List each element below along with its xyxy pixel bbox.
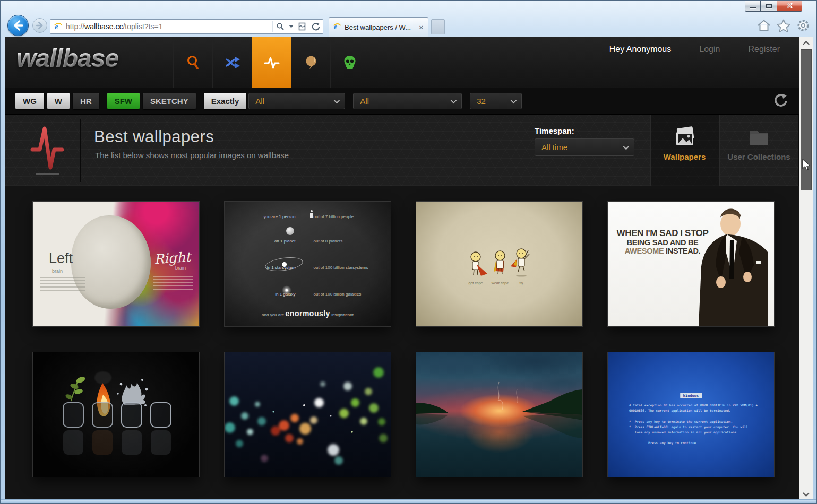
brain-left-title: Left (49, 250, 73, 267)
window-controls (745, 1, 802, 12)
bsod-windows-badge: Windows (680, 393, 702, 398)
register-link[interactable]: Register (734, 43, 794, 56)
minimize-button[interactable] (745, 1, 761, 12)
toplist-pulse-icon (28, 122, 66, 177)
thumbnail-left-right-brain[interactable]: Left brain Right brain (33, 202, 199, 326)
resolution-value: All (255, 97, 264, 106)
resolution-filter-group: Exactly All (204, 93, 346, 109)
home-icon (757, 19, 771, 32)
starsystem-pictogram (264, 255, 304, 273)
divider (80, 119, 81, 182)
aspect-ratio-select[interactable]: All (353, 93, 462, 109)
row-right-text: out of 100 billion starsystems (314, 265, 369, 270)
refresh-icon (311, 22, 320, 31)
nav-toplist[interactable] (252, 37, 291, 88)
infographic-row: on 1 planet out of 8 planets (225, 239, 391, 244)
maximize-button[interactable] (761, 1, 777, 12)
user-menu: Hey Anonymous Login Register (596, 37, 794, 60)
thumbnail-bsod[interactable]: Windows A fatal exception 0E has occurre… (608, 352, 774, 477)
refresh-button[interactable] (310, 21, 321, 32)
browser-window: e http://wallbase.cc/toplist?ts=1 e (0, 0, 817, 504)
page-scrollbar[interactable] (799, 37, 813, 500)
browser-toolbar-icons (756, 18, 811, 33)
chevron-down-icon (334, 97, 340, 103)
chevron-down-icon (511, 97, 517, 103)
skull-icon (342, 55, 357, 71)
quote-awesome-word: AWESOME (625, 247, 664, 255)
refresh-results-button[interactable] (773, 93, 787, 109)
tab-close-button[interactable]: × (418, 23, 424, 31)
chevron-down-icon (803, 490, 810, 497)
close-button[interactable] (777, 1, 802, 12)
scroll-up-button[interactable] (799, 37, 813, 48)
url-scheme: http:// (66, 22, 84, 31)
nav-nsfw[interactable] (330, 37, 369, 88)
brain-right-sub: brain (175, 265, 186, 271)
home-button[interactable] (756, 18, 771, 33)
address-bar[interactable]: e http://wallbase.cc/toplist?ts=1 (50, 19, 323, 34)
favorites-star-icon (777, 19, 790, 32)
thumbnail-cape-comic[interactable]: get cape wear cape fly (416, 202, 582, 326)
compatibility-page-icon (298, 22, 306, 31)
close-icon (786, 3, 793, 9)
url-text[interactable]: http://wallbase.cc/toplist?ts=1 (66, 22, 272, 31)
resolution-select[interactable]: All (248, 93, 345, 109)
nav-random[interactable] (212, 37, 252, 88)
purity-filter-group: SFW SKETCHY (107, 93, 196, 109)
infographic-row: you are 1 person out of 7 billion people (225, 214, 391, 219)
thumbnail-space-infographic[interactable]: you are 1 person out of 7 billion people… (225, 202, 391, 326)
scroll-down-button[interactable] (799, 489, 813, 500)
per-page-select[interactable]: 32 (470, 93, 522, 109)
pulse-toplist-icon (263, 54, 281, 71)
row-right-text: out of 7 billion people (314, 214, 369, 219)
back-button[interactable] (7, 15, 29, 36)
search-button[interactable] (275, 21, 286, 32)
aspect-ratio-value: All (360, 97, 369, 106)
wallbase-logo[interactable]: wallbase (16, 44, 124, 73)
thumbnail-four-elements[interactable] (33, 352, 199, 477)
nav-comments[interactable] (291, 37, 330, 88)
forward-arrow-icon (36, 21, 44, 30)
tab-user-collections[interactable]: User Collections (719, 115, 799, 186)
collections-folder-icon (747, 124, 771, 150)
wallbase-page: wallbase (5, 37, 799, 500)
thumbnail-awesome-instead[interactable]: WHEN I'M SAD I STOP BEING SAD AND BE AWE… (608, 202, 774, 326)
browser-tab[interactable]: e Best wallpapers / W... × (329, 17, 428, 37)
address-bar-icons (272, 21, 321, 32)
timespan-value: All time (541, 143, 567, 152)
filter-hr-button[interactable]: HR (73, 93, 99, 109)
footer-part: and you are (262, 312, 285, 317)
login-link[interactable]: Login (685, 43, 734, 56)
row-left-text: on 1 planet (247, 239, 296, 244)
url-path: /toplist?ts=1 (123, 22, 162, 31)
search-icon (276, 22, 285, 31)
timespan-select[interactable]: All time (535, 138, 634, 156)
nav-search[interactable] (173, 37, 212, 88)
row-left-text: you are 1 person (247, 214, 296, 219)
resolution-mode-button[interactable]: Exactly (204, 93, 247, 109)
filter-sfw-button[interactable]: SFW (107, 93, 140, 109)
elements-glasses-illustration (33, 352, 199, 477)
forward-button[interactable] (32, 18, 47, 33)
treeline-illustration (416, 352, 582, 477)
compatibility-view-button[interactable] (297, 21, 307, 32)
new-tab-button[interactable] (431, 19, 445, 34)
timespan-label: Timespan: (535, 126, 574, 135)
scrollbar-thumb[interactable] (801, 49, 812, 190)
chevron-down-icon (451, 97, 457, 103)
tools-button[interactable] (796, 18, 811, 33)
filter-wg-button[interactable]: WG (15, 93, 44, 109)
search-dropdown-button[interactable] (288, 21, 294, 32)
site-header: wallbase (5, 37, 799, 88)
tab-wallpapers[interactable]: Wallpapers (650, 115, 719, 186)
favorites-button[interactable] (776, 18, 791, 33)
decorative-text-lines (153, 276, 193, 290)
thumbnail-sunset-lake[interactable] (416, 352, 582, 477)
ie-favicon: e (333, 23, 341, 31)
filter-w-button[interactable]: W (47, 93, 70, 109)
main-nav (173, 37, 369, 88)
brain-left-sub: brain (52, 268, 63, 274)
cape-characters-illustration (416, 202, 582, 326)
filter-sketchy-button[interactable]: SKETCHY (143, 93, 196, 109)
thumbnail-bokeh-lights[interactable] (225, 352, 391, 477)
